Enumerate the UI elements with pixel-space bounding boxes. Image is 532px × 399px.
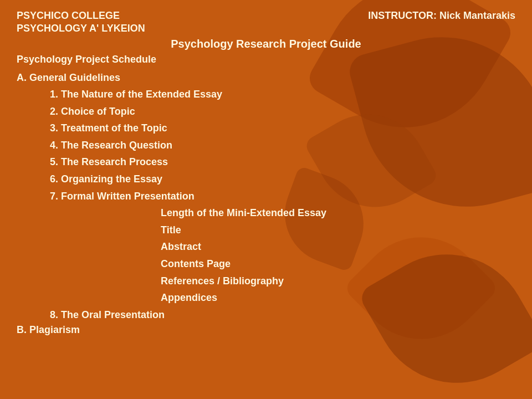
list-item-4: 4. The Research Question <box>50 137 515 154</box>
list-item-3: 3. Treatment of the Topic <box>50 120 515 137</box>
college-name: PSYCHICO COLLEGE <box>17 10 120 22</box>
list-item-2: 2. Choice of Topic <box>50 103 515 120</box>
sub-item-5: References / Bibliography <box>161 273 515 290</box>
sub-item-4: Contents Page <box>161 255 515 273</box>
list-item-5: 5. The Research Process <box>50 154 515 171</box>
schedule-heading: Psychology Project Schedule <box>17 54 515 65</box>
sub-item-2: Title <box>161 222 515 239</box>
sub-item-3: Abstract <box>161 238 515 255</box>
page-title: Psychology Research Project Guide <box>17 38 515 50</box>
instructor-name: INSTRUCTOR: Nick Mantarakis <box>368 10 515 22</box>
list-item-1: 1. The Nature of the Extended Essay <box>50 86 515 103</box>
main-content: PSYCHICO COLLEGE INSTRUCTOR: Nick Mantar… <box>0 0 532 346</box>
section-a-items: 1. The Nature of the Extended Essay 2. C… <box>17 86 515 323</box>
list-item-8: 8. The Oral Presentation <box>50 306 515 324</box>
sub-items: Length of the Mini-Extended Essay Title … <box>50 204 515 306</box>
section-b-label: B. Plagiarism <box>17 324 515 336</box>
list-item-7: 7. Formal Written Presentation <box>50 188 515 205</box>
header-row: PSYCHICO COLLEGE INSTRUCTOR: Nick Mantar… <box>17 10 515 22</box>
program-name: PSYCHOLOGY A' LYKEION <box>17 23 515 34</box>
sub-item-1: Length of the Mini-Extended Essay <box>161 204 515 222</box>
list-item-6: 6. Organizing the Essay <box>50 171 515 188</box>
sub-item-6: Appendices <box>161 289 515 306</box>
section-a-label: A. General Guidelines <box>17 72 515 84</box>
